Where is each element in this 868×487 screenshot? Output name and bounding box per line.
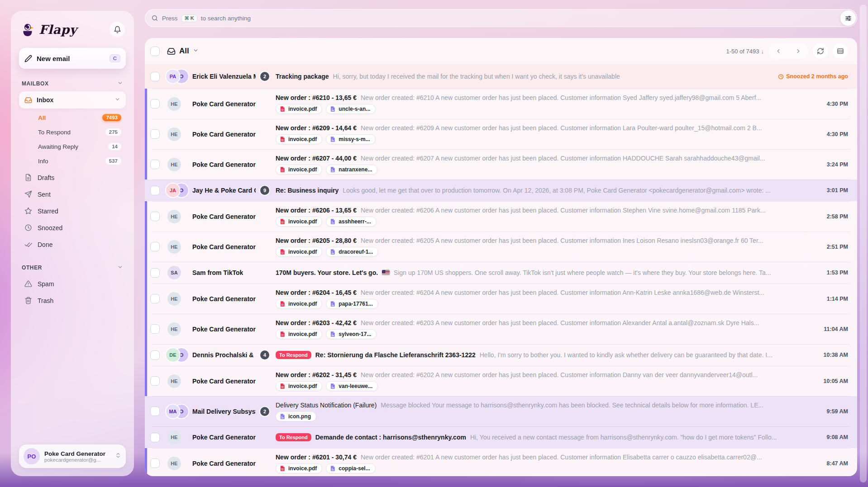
attachment-chip[interactable]: invoice.pdf <box>276 247 322 257</box>
email-checkbox[interactable] <box>150 212 160 221</box>
search-settings-button[interactable] <box>840 10 856 26</box>
email-time: 10:05 AM <box>824 378 848 384</box>
prev-page-button[interactable] <box>768 43 788 59</box>
email-row[interactable]: JAOJay He & Poke Card G...9Re: Business … <box>145 180 857 201</box>
email-checkbox[interactable] <box>150 294 160 303</box>
chevron-down-icon <box>117 80 123 88</box>
account-switcher[interactable]: PO Poke Card Generator pokecardgenerator… <box>19 444 126 468</box>
email-row[interactable]: SASam from TikTok170M buyers. Your store… <box>145 262 857 284</box>
attachment-chip[interactable]: natranxene... <box>326 165 377 175</box>
attachment-chip[interactable]: invoice.pdf <box>276 299 322 309</box>
sidebar-item-label: Trash <box>38 297 53 304</box>
attachment-list: invoice.pdfpapa-17761... <box>276 299 820 309</box>
file-icon <box>24 174 32 181</box>
sidebar-item-info[interactable]: Info537 <box>19 154 126 168</box>
next-page-button[interactable] <box>788 43 808 59</box>
attachment-chip[interactable]: invoice.pdf <box>276 165 322 175</box>
attachment-chip[interactable]: invoice.pdf <box>276 381 322 391</box>
email-row[interactable]: HEPoke Card GeneratorNew order : #6204 -… <box>145 284 857 314</box>
attachment-chip[interactable]: dracoreuf-1... <box>326 247 378 257</box>
email-sender: HEPoke Card Generator <box>166 292 269 306</box>
sidebar-item-label: Awaiting Reply <box>38 143 108 150</box>
attachment-name: invoice.pdf <box>288 331 317 337</box>
attachment-chip[interactable]: invoice.pdf <box>276 104 322 114</box>
email-row[interactable]: HEPoke Card GeneratorNew order : #6202 -… <box>145 366 857 396</box>
email-checkbox[interactable] <box>150 186 160 195</box>
pdf-file-icon <box>279 301 286 307</box>
star-icon <box>24 207 32 215</box>
attachment-chip[interactable]: coppia-sel... <box>326 463 375 473</box>
email-checkbox[interactable] <box>150 99 160 109</box>
mailbox-section-header[interactable]: MAILBOX <box>22 80 123 88</box>
sidebar-item-trash[interactable]: Trash <box>19 292 126 309</box>
email-row[interactable]: MAOMail Delivery Subsyst...2Delivery Sta… <box>145 396 857 426</box>
sort-arrow-icon: ↓ <box>761 48 764 55</box>
attachment-chip[interactable]: icon.png <box>276 411 316 421</box>
sidebar-item-done[interactable]: Done <box>19 236 126 253</box>
attachment-chip[interactable]: invoice.pdf <box>276 329 322 339</box>
email-row[interactable]: HEPoke Card GeneratorNew order : #6207 -… <box>145 149 857 180</box>
rows-icon <box>837 47 844 55</box>
email-checkbox[interactable] <box>150 376 160 386</box>
attachment-chip[interactable]: van-leeuwe... <box>326 381 378 391</box>
attachment-name: papa-17761... <box>339 301 372 307</box>
email-row[interactable]: DEODennis Prochalski & ...4To RespondRe:… <box>145 344 857 366</box>
sender-name: Poke Card Generator <box>192 326 256 333</box>
attachment-chip[interactable]: invoice.pdf <box>276 217 322 227</box>
email-time: 3:01 PM <box>827 187 848 194</box>
attachment-list: invoice.pdfasshheerr-... <box>276 217 820 227</box>
attachment-chip[interactable]: invoice.pdf <box>276 134 322 144</box>
new-email-shortcut: C <box>110 54 120 62</box>
email-checkbox[interactable] <box>150 72 160 81</box>
sidebar-item-drafts[interactable]: Drafts <box>19 169 126 186</box>
email-checkbox[interactable] <box>150 268 160 278</box>
avatar: HE <box>167 322 181 336</box>
attachment-chip[interactable]: asshheerr-... <box>326 217 376 227</box>
avatar-group: HE <box>166 292 190 306</box>
select-all-checkbox[interactable] <box>150 47 160 56</box>
new-email-button[interactable]: New email C <box>19 48 126 69</box>
email-row[interactable]: HEPoke Card GeneratorNew order : #6201 -… <box>145 448 857 476</box>
email-checkbox[interactable] <box>150 242 160 251</box>
email-checkbox[interactable] <box>150 324 160 334</box>
attachment-chip[interactable]: invoice.pdf <box>276 463 322 473</box>
sidebar-item-spam[interactable]: Spam <box>19 275 126 292</box>
email-checkbox[interactable] <box>150 350 160 360</box>
email-sender: HEPoke Card Generator <box>166 240 269 254</box>
sidebar-item-awaiting-reply[interactable]: Awaiting Reply14 <box>19 139 126 154</box>
email-row[interactable]: HEPoke Card GeneratorNew order : #6203 -… <box>145 314 857 344</box>
email-row[interactable]: HEPoke Card GeneratorTo RespondDemande d… <box>145 426 857 448</box>
scrollbar[interactable] <box>860 5 867 482</box>
sender-name: Sam from TikTok <box>192 269 243 276</box>
email-checkbox[interactable] <box>150 407 160 416</box>
sidebar-item-sent[interactable]: Sent <box>19 186 126 203</box>
email-checkbox[interactable] <box>150 160 160 169</box>
density-button[interactable] <box>833 43 848 59</box>
folder-filter-dropdown[interactable]: All <box>167 47 199 56</box>
sidebar-item-snoozed[interactable]: Snoozed <box>19 219 126 236</box>
global-search-input[interactable]: Press ⌘ K to search anything <box>145 9 857 27</box>
email-row[interactable]: HEPoke Card GeneratorNew order : #6205 -… <box>145 232 857 262</box>
attachment-chip[interactable]: missy-s-m... <box>326 134 375 144</box>
email-checkbox[interactable] <box>150 433 160 442</box>
email-row[interactable]: HEPoke Card GeneratorNew order : #6206 -… <box>145 201 857 232</box>
avatar-group: DEO <box>166 348 190 362</box>
sidebar-item-to-respond[interactable]: To Respond275 <box>19 125 126 139</box>
sidebar-item-all[interactable]: All7493 <box>19 110 126 125</box>
attachment-chip[interactable]: papa-17761... <box>326 299 378 309</box>
email-row[interactable]: HEPoke Card GeneratorNew order : #6210 -… <box>145 89 857 119</box>
sidebar-item-inbox[interactable]: Inbox <box>19 91 126 109</box>
email-row[interactable]: PAOErick Eli Valenzuela M...2Tracking pa… <box>145 64 857 89</box>
email-row[interactable]: HEPoke Card GeneratorNew order : #6209 -… <box>145 119 857 149</box>
email-sender: JAOJay He & Poke Card G...9 <box>166 184 269 197</box>
email-checkbox[interactable] <box>150 129 160 139</box>
other-section-header[interactable]: OTHER <box>22 264 123 272</box>
email-checkbox[interactable] <box>150 459 160 468</box>
attachment-chip[interactable]: sylveon-17... <box>326 329 377 339</box>
notifications-button[interactable] <box>110 22 125 37</box>
sidebar-item-starred[interactable]: Starred <box>19 203 126 219</box>
refresh-button[interactable] <box>813 43 828 59</box>
attachment-chip[interactable]: uncle-s-an... <box>326 104 376 114</box>
avatar: HE <box>167 240 181 254</box>
pagination-range[interactable]: 1-50 of 7493 ↓ <box>726 48 764 55</box>
